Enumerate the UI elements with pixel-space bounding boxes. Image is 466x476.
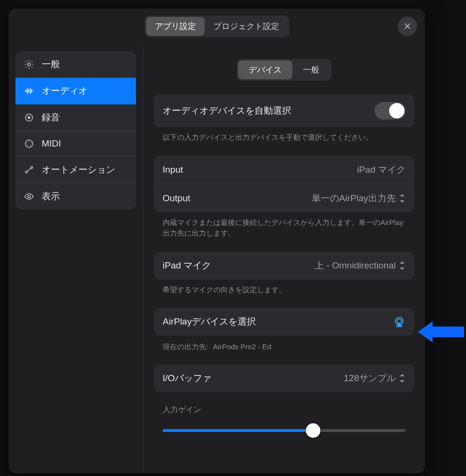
airplay-current-label: 現在の出力先: bbox=[163, 342, 208, 351]
close-icon bbox=[403, 22, 412, 30]
updown-icon bbox=[399, 261, 406, 270]
svg-point-10 bbox=[30, 166, 32, 168]
auto-select-help: 以下の入力デバイスと出力デバイスを手動で選択してください。 bbox=[154, 127, 414, 143]
row-mic[interactable]: iPad マイク 上 - Omnidirectional bbox=[154, 252, 414, 280]
slider-thumb bbox=[306, 423, 320, 438]
sidebar-item-view[interactable]: 表示 bbox=[15, 183, 136, 209]
mic-help: 希望するマイクの向きを設定します。 bbox=[154, 280, 414, 296]
annotation-arrow bbox=[418, 319, 464, 346]
close-button[interactable] bbox=[398, 16, 417, 36]
eye-icon bbox=[23, 191, 35, 202]
row-auto-select: オーディオデバイスを自動選択 bbox=[154, 94, 414, 127]
input-value: iPad マイク bbox=[357, 164, 406, 176]
svg-point-4 bbox=[29, 141, 30, 142]
row-output[interactable]: Output 単一のAirPlay出力先 bbox=[154, 184, 414, 212]
svg-point-6 bbox=[30, 142, 31, 143]
auto-select-label: オーディオデバイスを自動選択 bbox=[163, 104, 291, 117]
io-help: 内蔵マイクまたは最後に接続したデバイスから入力します。単一のAirPlay出力先… bbox=[154, 212, 414, 239]
sidebar-item-label: 表示 bbox=[42, 190, 60, 203]
modal-header: アプリ設定 プロジェクト設定 bbox=[9, 9, 425, 44]
settings-modal: アプリ設定 プロジェクト設定 一般 オーディオ bbox=[9, 9, 425, 473]
sidebar-list: 一般 オーディオ 録音 bbox=[15, 51, 136, 209]
section-buffer: I/Oバッファ 128サンプル bbox=[154, 364, 414, 392]
svg-point-9 bbox=[25, 171, 27, 173]
input-label: Input bbox=[163, 164, 183, 175]
gear-icon bbox=[23, 59, 35, 70]
header-tab-group: アプリ設定 プロジェクト設定 bbox=[145, 15, 289, 37]
svg-point-5 bbox=[27, 142, 28, 143]
updown-icon bbox=[399, 373, 406, 383]
sub-tab-general[interactable]: 一般 bbox=[292, 60, 330, 79]
section-mic: iPad マイク 上 - Omnidirectional 希望するマイクの向きを… bbox=[154, 252, 414, 296]
modal-body: 一般 オーディオ 録音 bbox=[9, 44, 425, 473]
sidebar-item-label: オーディオ bbox=[42, 85, 88, 97]
sidebar-item-audio[interactable]: オーディオ bbox=[15, 78, 136, 104]
airplay-current: 現在の出力先: AirPods Pro2 - Ed bbox=[154, 336, 414, 352]
sidebar-item-label: オートメーション bbox=[42, 164, 115, 176]
section-auto-select: オーディオデバイスを自動選択 以下の入力デバイスと出力デバイスを手動で選択してく… bbox=[154, 94, 414, 143]
mic-value: 上 - Omnidirectional bbox=[315, 259, 396, 272]
updown-icon bbox=[399, 193, 406, 203]
sidebar: 一般 オーディオ 録音 bbox=[9, 44, 143, 473]
sub-tab-group: デバイス 一般 bbox=[154, 59, 414, 81]
row-airplay-select[interactable]: AirPlayデバイスを選択 bbox=[154, 308, 414, 336]
slider-fill bbox=[163, 429, 313, 432]
buffer-label: I/Oバッファ bbox=[163, 372, 211, 385]
sidebar-item-general[interactable]: 一般 bbox=[15, 51, 136, 78]
tab-project-settings[interactable]: プロジェクト設定 bbox=[205, 17, 288, 36]
gain-label: 入力ゲイン bbox=[163, 405, 406, 415]
sidebar-item-midi[interactable]: MIDI bbox=[15, 131, 136, 157]
buffer-value: 128サンプル bbox=[344, 372, 396, 385]
record-icon bbox=[23, 112, 35, 123]
content-pane: デバイス 一般 オーディオデバイスを自動選択 以下の入力デバイスと出力デバイスを… bbox=[143, 44, 425, 473]
toggle-knob bbox=[389, 103, 405, 119]
airplay-icon bbox=[393, 315, 406, 328]
midi-icon bbox=[23, 138, 35, 149]
section-gain: 入力ゲイン bbox=[154, 405, 414, 437]
row-input[interactable]: Input iPad マイク bbox=[154, 156, 414, 184]
gain-slider[interactable] bbox=[163, 424, 406, 437]
audio-wave-icon bbox=[23, 85, 35, 97]
output-value: 単一のAirPlay出力先 bbox=[312, 192, 396, 205]
automation-icon bbox=[23, 164, 35, 176]
svg-point-7 bbox=[27, 145, 28, 146]
auto-select-toggle[interactable] bbox=[375, 102, 406, 119]
svg-point-8 bbox=[30, 145, 31, 146]
sidebar-item-label: MIDI bbox=[42, 138, 61, 149]
row-buffer[interactable]: I/Oバッファ 128サンプル bbox=[154, 364, 414, 392]
output-label: Output bbox=[163, 193, 190, 204]
tab-app-settings[interactable]: アプリ設定 bbox=[146, 17, 205, 36]
airplay-current-value: AirPods Pro2 - Ed bbox=[213, 342, 271, 351]
sub-tab-device[interactable]: デバイス bbox=[238, 60, 292, 79]
sidebar-item-label: 一般 bbox=[42, 58, 60, 71]
mic-label: iPad マイク bbox=[163, 259, 211, 272]
svg-point-0 bbox=[28, 63, 30, 66]
svg-point-2 bbox=[28, 116, 30, 119]
sidebar-item-automation[interactable]: オートメーション bbox=[15, 157, 136, 183]
svg-point-11 bbox=[28, 195, 30, 197]
sidebar-item-label: 録音 bbox=[42, 111, 60, 124]
section-io: Input iPad マイク Output 単一のAirPlay出力先 内蔵マイ… bbox=[154, 156, 414, 239]
section-airplay: AirPlayデバイスを選択 現在の出力先: AirPods Pro2 - Ed bbox=[154, 308, 414, 352]
sidebar-item-record[interactable]: 録音 bbox=[15, 104, 136, 131]
airplay-label: AirPlayデバイスを選択 bbox=[163, 315, 256, 328]
